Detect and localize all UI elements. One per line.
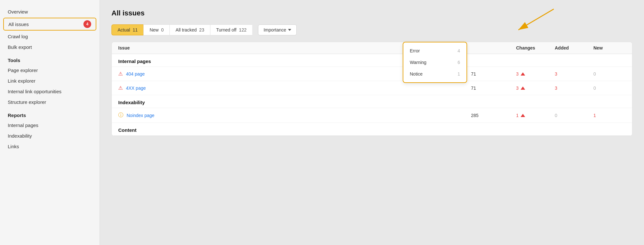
issues-table: Issue Changes Added New Internal pages ⚠…: [111, 42, 632, 136]
reports-section-title: Reports: [0, 107, 100, 120]
up-arrow-icon: [521, 72, 525, 76]
issue-name-404[interactable]: 404 page: [126, 71, 145, 77]
issue-cell-noindex: ⓘ Noindex page: [118, 112, 471, 119]
filter-all-tracked[interactable]: All tracked 23: [169, 24, 210, 35]
table-row[interactable]: ⓘ Noindex page 285 1 0 1: [112, 108, 632, 123]
change-4xx: 3: [516, 86, 555, 91]
all-issues-badge: 4: [83, 20, 91, 28]
new-404: 0: [593, 71, 626, 77]
new-4xx: 0: [593, 86, 626, 91]
info-icon: ⓘ: [118, 112, 123, 119]
added-404: 3: [555, 71, 593, 77]
tools-section-title: Tools: [0, 52, 100, 65]
table-header: Issue Changes Added New: [112, 42, 632, 54]
col-added: Added: [555, 45, 593, 50]
sidebar-item-structure-explorer[interactable]: Structure explorer: [0, 97, 100, 107]
count-404: 71: [471, 71, 516, 77]
page-title: All issues: [111, 9, 632, 17]
arrow-annotation: [489, 6, 554, 39]
warning-icon: ⚠: [118, 85, 123, 91]
sidebar: Overview All issues 4 Crawl log Bulk exp…: [0, 0, 100, 245]
sidebar-item-link-explorer[interactable]: Link explorer: [0, 76, 100, 86]
sidebar-item-internal-pages[interactable]: Internal pages: [0, 120, 100, 131]
sidebar-item-indexability[interactable]: Indexability: [0, 131, 100, 141]
warning-icon: ⚠: [118, 71, 123, 77]
issue-name-noindex[interactable]: Noindex page: [127, 113, 154, 118]
filter-bar: Actual 11 New 0 All tracked 23 Turned of…: [111, 24, 632, 35]
change-noindex: 1: [516, 113, 555, 118]
issue-cell-4xx: ⚠ 4XX page: [118, 85, 471, 91]
added-noindex: 0: [555, 113, 593, 118]
section-indexability: Indexability: [112, 95, 632, 108]
main-content: All issues Actual 11 New 0 All tracked 2…: [100, 0, 644, 245]
table-row[interactable]: ⚠ 4XX page 71 3 3 0: [112, 81, 632, 95]
change-404: 3: [516, 71, 555, 77]
dropdown-item-notice[interactable]: Notice 1: [403, 68, 466, 80]
filter-actual[interactable]: Actual 11: [111, 24, 143, 35]
chevron-down-icon: [288, 29, 291, 31]
col-count: [471, 45, 516, 50]
importance-dropdown: Error 4 Warning 6 Notice 1: [403, 42, 467, 83]
sidebar-item-page-explorer[interactable]: Page explorer: [0, 65, 100, 76]
dropdown-item-warning[interactable]: Warning 6: [403, 57, 466, 68]
sidebar-item-crawl-log[interactable]: Crawl log: [0, 31, 100, 42]
up-arrow-icon: [521, 86, 525, 90]
new-noindex: 1: [593, 113, 626, 118]
sidebar-item-internal-link-opp[interactable]: Internal link opportunities: [0, 86, 100, 97]
sidebar-item-bulk-export[interactable]: Bulk export: [0, 42, 100, 52]
sidebar-item-all-issues[interactable]: All issues 4: [3, 18, 96, 31]
added-4xx: 3: [555, 86, 593, 91]
importance-button[interactable]: Importance: [258, 24, 297, 35]
sidebar-item-links[interactable]: Links: [0, 141, 100, 152]
section-internal-pages: Internal pages: [112, 54, 632, 67]
section-content: Content: [112, 123, 632, 136]
up-arrow-icon: [521, 114, 525, 117]
issue-name-4xx[interactable]: 4XX page: [126, 86, 146, 91]
count-4xx: 71: [471, 86, 516, 91]
filter-turned-off[interactable]: Turned off 122: [210, 24, 252, 35]
dropdown-item-error[interactable]: Error 4: [403, 45, 466, 57]
col-changes: Changes: [516, 45, 555, 50]
svg-line-1: [518, 9, 554, 30]
filter-new[interactable]: New 0: [143, 24, 169, 35]
table-row[interactable]: ⚠ 404 page 71 3 3 0: [112, 67, 632, 81]
col-new: New: [593, 45, 626, 50]
count-noindex: 285: [471, 113, 516, 118]
sidebar-item-overview[interactable]: Overview: [0, 6, 100, 17]
